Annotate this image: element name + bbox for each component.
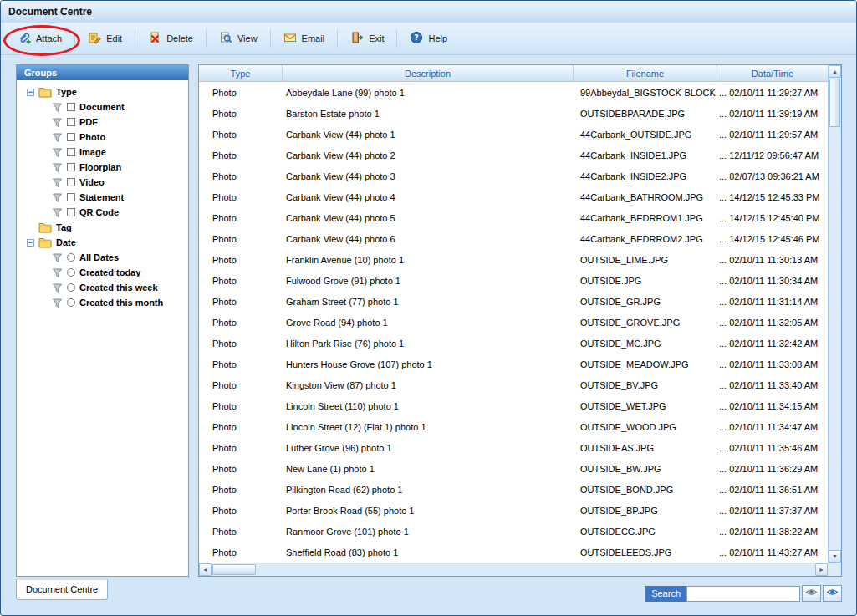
table-row[interactable]: PhotoBarston Estate photo 1OUTSIDEBPARAD… xyxy=(199,103,828,124)
attach-button[interactable]: Attach xyxy=(8,27,72,50)
cell-filename: OUTSIDE_WET.JPG xyxy=(574,401,717,411)
checkbox[interactable] xyxy=(67,208,75,216)
table-row[interactable]: PhotoLincoln Street (110) photo 1OUTSIDE… xyxy=(199,395,828,416)
table-row[interactable]: PhotoCarbank View (44) photo 144Carbank_… xyxy=(199,124,828,145)
table-row[interactable]: PhotoCarbank View (44) photo 444Carbank_… xyxy=(199,186,828,207)
checkbox[interactable] xyxy=(67,118,75,126)
cell-type: Photo xyxy=(199,547,283,557)
checkbox[interactable] xyxy=(67,148,75,156)
table-row[interactable]: PhotoLuther Grove (96) photo 1OUTSIDEAS.… xyxy=(199,437,828,458)
tree-item-label: Statement xyxy=(79,192,124,202)
collapse-expander-icon[interactable]: − xyxy=(27,89,34,96)
search-input[interactable] xyxy=(686,586,800,602)
table-row[interactable]: PhotoPorter Brook Road (55) photo 1OUTSI… xyxy=(199,500,828,521)
horizontal-scrollbar-thumb[interactable] xyxy=(212,564,256,575)
cell-description: Abbeydale Lane (99) photo 1 xyxy=(283,88,574,98)
column-header-filename[interactable]: Filename xyxy=(574,65,717,81)
tree-item-label: Image xyxy=(79,147,106,157)
exit-button[interactable]: Exit xyxy=(340,27,394,50)
tab-document-centre[interactable]: Document Centre xyxy=(16,579,108,600)
tree-item-all-dates[interactable]: All Dates xyxy=(17,250,188,265)
tree-item-photo[interactable]: Photo xyxy=(17,130,188,145)
tree-item-created-this-week[interactable]: Created this week xyxy=(17,280,188,295)
table-row[interactable]: PhotoRanmoor Grove (101) photo 1OUTSIDEC… xyxy=(199,521,828,542)
scrollbar-corner xyxy=(828,563,841,576)
vertical-scrollbar-track[interactable] xyxy=(829,128,841,550)
table-row[interactable]: PhotoPilkington Road (62) photo 1OUTSIDE… xyxy=(199,479,828,500)
cell-datetime: ... 02/10/11 11:32:42 AM xyxy=(717,339,828,349)
checkbox[interactable] xyxy=(67,193,75,201)
scroll-right-arrow-icon[interactable]: ► xyxy=(815,563,828,576)
horizontal-scrollbar-track[interactable] xyxy=(257,563,815,576)
cell-description: Pilkington Road (62) photo 1 xyxy=(283,485,574,495)
table-row[interactable]: PhotoGraham Street (77) photo 1OUTSIDE_G… xyxy=(199,291,828,312)
tree-item-pdf[interactable]: PDF xyxy=(17,115,188,130)
table-row[interactable]: PhotoSheffield Road (83) photo 1OUTSIDEL… xyxy=(199,542,828,563)
tree-item-label: Created today xyxy=(79,267,140,277)
tree-item-image[interactable]: Image xyxy=(17,145,188,160)
email-button[interactable]: Email xyxy=(273,27,335,50)
checkbox[interactable] xyxy=(67,163,75,171)
column-header-type[interactable]: Type xyxy=(199,65,283,81)
scroll-down-arrow-icon[interactable]: ▼ xyxy=(829,550,841,563)
delete-icon xyxy=(148,31,161,46)
cell-type: Photo xyxy=(199,359,283,369)
scroll-up-arrow-icon[interactable]: ▲ xyxy=(829,65,841,78)
tree-item-type[interactable]: −Type xyxy=(17,84,188,99)
preview-attachment-button[interactable] xyxy=(802,585,821,602)
tree-item-statement[interactable]: Statement xyxy=(17,190,188,205)
radio-button[interactable] xyxy=(67,253,75,262)
table-row[interactable]: PhotoHilton Park Rise (76) photo 1OUTSID… xyxy=(199,333,828,354)
table-row[interactable]: PhotoHunters House Grove (107) photo 1OU… xyxy=(199,354,828,374)
checkbox[interactable] xyxy=(67,103,75,111)
cell-datetime: ... 02/10/11 11:35:46 AM xyxy=(717,443,828,453)
table-row[interactable]: PhotoCarbank View (44) photo 344Carbank_… xyxy=(199,165,828,186)
radio-button[interactable] xyxy=(67,268,75,277)
tree-item-tag[interactable]: Tag xyxy=(17,220,188,235)
radio-button[interactable] xyxy=(67,283,75,292)
vertical-scrollbar[interactable]: ▲ ▼ xyxy=(828,65,841,563)
horizontal-scrollbar[interactable]: ◄ ► xyxy=(199,563,828,576)
tree-item-video[interactable]: Video xyxy=(17,175,188,190)
table-row[interactable]: PhotoCarbank View (44) photo 244Carbank_… xyxy=(199,145,828,165)
cell-datetime: ... 02/10/11 11:31:14 AM xyxy=(717,297,828,307)
filter-funnel-icon xyxy=(52,207,63,218)
main-content: Groups −TypeDocumentPDFPhotoImageFloorpl… xyxy=(16,64,842,577)
table-row[interactable]: PhotoKingston View (87) photo 1OUTSIDE_B… xyxy=(199,374,828,395)
view-button[interactable]: View xyxy=(209,27,268,50)
table-row[interactable]: PhotoNew Lane (1) photo 1OUTSIDE_BW.JPG.… xyxy=(199,458,828,479)
cell-type: Photo xyxy=(199,506,283,516)
tree-item-created-this-month[interactable]: Created this month xyxy=(17,295,188,310)
table-row[interactable]: PhotoAbbeydale Lane (99) photo 199Abbeyd… xyxy=(199,82,828,103)
tree-item-date[interactable]: −Date xyxy=(17,235,188,250)
table-row[interactable]: PhotoFranklin Avenue (10) photo 1OUTSIDE… xyxy=(199,249,828,270)
table-row[interactable]: PhotoFulwood Grove (91) photo 1OUTSIDE.J… xyxy=(199,270,828,291)
collapse-expander-icon[interactable]: − xyxy=(27,239,34,247)
cell-description: Sheffield Road (83) photo 1 xyxy=(283,547,574,557)
column-header-description[interactable]: Description xyxy=(283,65,574,81)
checkbox[interactable] xyxy=(67,133,75,141)
table-row[interactable]: PhotoGrove Road (94) photo 1OUTSIDE_GROV… xyxy=(199,312,828,333)
tree-item-created-today[interactable]: Created today xyxy=(17,265,188,280)
scroll-left-arrow-icon[interactable]: ◄ xyxy=(199,563,212,576)
help-button[interactable]: ? Help xyxy=(400,27,457,50)
table-row[interactable]: PhotoCarbank View (44) photo 544Carbank_… xyxy=(199,207,828,228)
column-header-datetime[interactable]: Data/Time xyxy=(717,65,828,81)
tree-item-qr-code[interactable]: QR Code xyxy=(17,205,188,220)
cell-description: Franklin Avenue (10) photo 1 xyxy=(283,255,574,265)
tree-item-document[interactable]: Document xyxy=(17,99,188,115)
tree-item-floorplan[interactable]: Floorplan xyxy=(17,160,188,175)
vertical-scrollbar-thumb[interactable] xyxy=(829,79,840,127)
cell-datetime: ... 02/10/11 11:38:22 AM xyxy=(717,527,828,537)
cell-type: Photo xyxy=(199,255,283,265)
toolbar-separator xyxy=(337,29,338,48)
cell-datetime: ... 02/10/11 11:34:47 AM xyxy=(717,422,828,432)
search-attachments-button[interactable] xyxy=(823,585,842,602)
radio-button[interactable] xyxy=(67,298,75,307)
table-row[interactable]: PhotoLincoln Street (12) (Flat 1) photo … xyxy=(199,416,828,437)
checkbox[interactable] xyxy=(67,178,75,186)
groups-panel-header: Groups xyxy=(17,65,188,80)
table-row[interactable]: PhotoCarbank View (44) photo 644Carbank_… xyxy=(199,228,828,249)
edit-button[interactable]: Edit xyxy=(78,27,132,50)
delete-button[interactable]: Delete xyxy=(138,27,203,50)
